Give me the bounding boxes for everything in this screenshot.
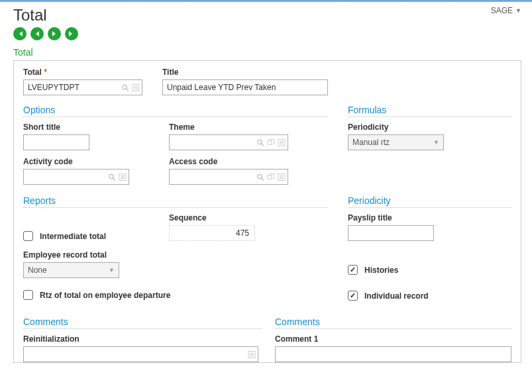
checkbox-box: ✓ bbox=[348, 265, 358, 275]
intermediate-total-checkbox[interactable]: Intermediate total bbox=[23, 231, 129, 241]
record-nav bbox=[0, 24, 532, 47]
formulas-heading: Formulas bbox=[348, 105, 511, 117]
svg-line-7 bbox=[113, 178, 115, 181]
comments-row: Comments Reinitialization Comments Comme… bbox=[23, 317, 511, 362]
intermediate-total-label: Intermediate total bbox=[40, 232, 106, 241]
svg-point-12 bbox=[257, 140, 261, 144]
page-title: Total bbox=[13, 6, 47, 24]
short-title-input[interactable] bbox=[23, 134, 89, 150]
svg-point-0 bbox=[122, 85, 126, 89]
list-icon[interactable] bbox=[277, 173, 286, 181]
activity-code-label: Activity code bbox=[23, 157, 129, 166]
next-record-button[interactable] bbox=[48, 27, 61, 40]
svg-rect-21 bbox=[268, 175, 272, 179]
link-icon[interactable] bbox=[266, 173, 275, 181]
search-icon[interactable] bbox=[121, 83, 129, 92]
options-formulas-row: Options Short title Activity code bbox=[23, 105, 511, 185]
sequence-value: 475 bbox=[169, 225, 255, 241]
periodicity-select[interactable]: Manual rtz ▼ bbox=[348, 134, 444, 150]
header-fields-row: Total * Title bbox=[23, 68, 511, 95]
link-icon[interactable] bbox=[266, 138, 275, 147]
periodicity-value: Manual rtz bbox=[352, 138, 390, 147]
prev-record-button[interactable] bbox=[30, 27, 44, 40]
list-icon[interactable] bbox=[247, 350, 256, 359]
svg-point-19 bbox=[257, 174, 261, 178]
search-icon[interactable] bbox=[256, 138, 264, 147]
search-icon[interactable] bbox=[256, 173, 264, 181]
svg-line-20 bbox=[261, 178, 264, 181]
comment1-input[interactable] bbox=[275, 346, 511, 362]
rtz-label: Rtz of total on employee departure bbox=[40, 291, 170, 300]
total-label: Total * bbox=[23, 68, 142, 77]
histories-checkbox[interactable]: ✓ Histories bbox=[348, 265, 511, 275]
theme-label: Theme bbox=[169, 122, 288, 132]
list-icon[interactable] bbox=[131, 83, 140, 92]
main-panel: Total * Title Options bbox=[13, 60, 521, 363]
short-title-label: Short title bbox=[23, 122, 129, 132]
payslip-title-label: Payslip title bbox=[348, 213, 511, 222]
title-label: Title bbox=[162, 68, 328, 77]
chevron-down-icon: ▼ bbox=[109, 267, 115, 273]
reports-heading: Reports bbox=[23, 195, 328, 208]
svg-line-1 bbox=[126, 89, 129, 91]
comment1-label: Comment 1 bbox=[275, 334, 511, 344]
svg-rect-14 bbox=[268, 140, 272, 144]
chevron-down-icon: ▼ bbox=[433, 139, 439, 146]
search-icon[interactable] bbox=[107, 173, 116, 181]
checkbox-box bbox=[23, 290, 33, 300]
first-record-button[interactable] bbox=[13, 27, 27, 40]
list-icon[interactable] bbox=[277, 138, 286, 147]
reinitialization-label: Reinitialization bbox=[23, 334, 262, 344]
individual-record-checkbox[interactable]: ✓ Individual record bbox=[348, 291, 511, 301]
title-input[interactable] bbox=[162, 79, 328, 95]
svg-line-13 bbox=[261, 144, 264, 146]
sequence-label: Sequence bbox=[169, 213, 255, 222]
required-star-icon: * bbox=[44, 68, 47, 77]
checkbox-box: ✓ bbox=[348, 291, 358, 301]
options-heading: Options bbox=[23, 105, 328, 117]
access-code-label: Access code bbox=[169, 157, 288, 166]
last-record-button[interactable] bbox=[65, 27, 78, 40]
periodicity-heading: Periodicity bbox=[348, 195, 511, 208]
employee-record-total-value: None bbox=[28, 266, 47, 275]
payslip-title-input[interactable] bbox=[348, 225, 434, 241]
svg-point-6 bbox=[109, 174, 113, 178]
employee-record-total-select[interactable]: None ▼ bbox=[23, 262, 119, 278]
list-icon[interactable] bbox=[118, 173, 127, 181]
comments-left-heading: Comments bbox=[23, 317, 262, 329]
reports-periodicity-row: Reports Intermediate total Sequence 475 … bbox=[23, 195, 511, 310]
histories-label: Histories bbox=[364, 266, 398, 275]
employee-record-total-label: Employee record total bbox=[23, 250, 328, 260]
rtz-checkbox[interactable]: Rtz of total on employee departure bbox=[23, 290, 328, 300]
user-name: SAGE bbox=[491, 6, 513, 15]
chevron-down-icon: ▼ bbox=[515, 7, 521, 14]
page-header: Total SAGE ▼ bbox=[0, 2, 532, 24]
periodicity-formula-label: Periodicity bbox=[348, 122, 511, 132]
comments-right-heading: Comments bbox=[275, 317, 511, 329]
user-menu[interactable]: SAGE ▼ bbox=[491, 6, 521, 15]
individual-record-label: Individual record bbox=[364, 291, 429, 301]
panel-title: Total bbox=[0, 47, 532, 60]
checkbox-box bbox=[23, 231, 33, 241]
reinitialization-input[interactable] bbox=[23, 346, 258, 362]
